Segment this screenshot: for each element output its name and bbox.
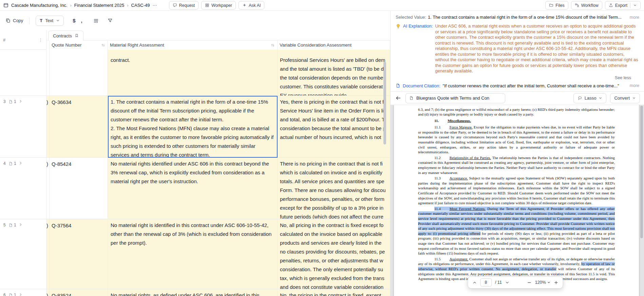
variable-consideration-cell[interactable]: No, all pricing in the contract is fixed…: [278, 219, 390, 289]
document-icon: [8, 293, 13, 296]
row-number: 5: [3, 223, 6, 227]
column-header-variable-consideration[interactable]: Variable Consideration Assessment: [278, 40, 390, 50]
zoom-in-button[interactable]: [554, 280, 558, 285]
back-button[interactable]: [395, 94, 402, 102]
row-index-header: #: [3, 37, 5, 42]
grid-icon: [205, 3, 209, 7]
table-scrollbar[interactable]: [383, 62, 386, 144]
document-icon: [8, 223, 13, 227]
material-right-cell[interactable]: No material right is identified in this …: [108, 219, 278, 289]
document-icon: [8, 161, 13, 166]
chevron-down-icon[interactable]: [633, 3, 637, 7]
hidden-column-cell: ): [46, 289, 50, 296]
wrap-text-icon: [93, 18, 99, 23]
document-scrollbar[interactable]: [640, 106, 643, 238]
citation-count-badge[interactable]: 1: [8, 293, 16, 296]
breadcrumb-overflow-icon[interactable]: ⋯: [153, 3, 157, 8]
chevron-down-icon: [632, 96, 636, 100]
doc-section-force-majeure: 11.1Force Majeure. Except for the obliga…: [418, 125, 615, 155]
chevron-up-icon: [472, 280, 477, 285]
see-less-link[interactable]: See less: [396, 75, 639, 80]
workpaper-button[interactable]: Workpaper: [201, 1, 236, 10]
variable-consideration-cell[interactable]: No, the pricing in the contract is fixed…: [278, 289, 390, 296]
plus-icon: [554, 280, 558, 285]
folder-icon: [549, 3, 553, 7]
breadcrumb-document[interactable]: CASC-49: [131, 3, 150, 8]
sparkle-icon: [242, 3, 247, 7]
filter-button[interactable]: [108, 18, 113, 23]
tab-label: Contracts: [53, 33, 72, 38]
previous-page-button[interactable]: [472, 280, 477, 285]
citation-more-link[interactable]: more: [630, 83, 639, 88]
decimal-format-button[interactable]: ,: [81, 18, 82, 23]
row-gutter: 5 1: [0, 219, 46, 289]
expand-row-icon[interactable]: [19, 99, 23, 103]
variable-consideration-cell[interactable]: There is no pricing in the contract that…: [278, 158, 390, 219]
chevron-down-icon: [56, 19, 60, 22]
column-header-material-right[interactable]: Material Right Assessment: [108, 40, 278, 50]
export-button[interactable]: Export: [605, 1, 641, 10]
next-page-button[interactable]: [505, 280, 510, 285]
variable-consideration-cell[interactable]: Professional Services Hours' are billed …: [278, 50, 390, 96]
copy-button[interactable]: Copy: [5, 18, 23, 23]
breadcrumb-project[interactable]: Financial Statement 2025: [74, 3, 124, 8]
workspace-icon[interactable]: [3, 3, 8, 8]
sheet-toolbar: Copy T Text $ ,: [0, 11, 390, 30]
material-right-cell[interactable]: No material rights identified under ASC …: [108, 158, 278, 219]
back-arrow-icon: [395, 95, 401, 101]
workflow-button[interactable]: Workflow: [571, 1, 602, 10]
sort-icon[interactable]: [101, 43, 105, 47]
breadcrumb-workspace[interactable]: Cascade Manufacturing, Inc.: [11, 3, 67, 8]
tab-contracts[interactable]: Contracts: [48, 31, 83, 40]
material-right-cell[interactable]: contract.: [108, 50, 278, 96]
hidden-column-cell: ): [46, 158, 50, 219]
convert-button[interactable]: Convert: [610, 93, 640, 103]
cell-text-line: except for the possibility of up to a 3%…: [280, 204, 390, 212]
ai-explanation-label: AI Explanation:: [403, 23, 433, 29]
currency-format-button[interactable]: $: [73, 18, 75, 23]
citation-count-badge[interactable]: 1: [8, 99, 16, 104]
filter-icon: [108, 18, 113, 23]
hidden-column-cell: ): [46, 96, 50, 158]
table-row: 3 1 ) Q-36634 1. The contract contains a…: [0, 96, 390, 158]
expand-row-icon[interactable]: [19, 293, 23, 296]
ask-ai-button[interactable]: Ask AI: [239, 1, 264, 10]
sort-icon[interactable]: [271, 43, 275, 47]
quote-cell[interactable]: Q-85424: [50, 158, 108, 219]
column-header-quote-number[interactable]: Quote Number: [50, 40, 108, 50]
quote-cell[interactable]: [50, 50, 108, 96]
expand-row-icon[interactable]: [19, 161, 23, 165]
row-gutter: 6 1: [0, 289, 46, 296]
material-right-cell[interactable]: No material rights, as defined under ASC…: [108, 289, 278, 296]
material-right-cell-selected[interactable]: 1. The contract contains a material righ…: [108, 96, 278, 158]
zoom-level-select[interactable]: 120%: [535, 280, 551, 285]
text-format-icon: T: [40, 18, 42, 23]
gutter-menu-icon[interactable]: ⋮: [38, 37, 43, 42]
quote-cell[interactable]: Q-36634: [50, 96, 108, 158]
contract-page-text: 6.3, and 7; (b) the gross negligence or …: [418, 107, 615, 282]
selected-value-more-link[interactable]: more: [630, 15, 639, 20]
page-number-input[interactable]: 8: [480, 278, 492, 286]
lasso-tool-select[interactable]: Lasso: [573, 93, 607, 103]
quote-cell[interactable]: Q-83524: [50, 289, 108, 296]
request-button[interactable]: Request: [169, 1, 199, 10]
files-button[interactable]: Files: [545, 1, 568, 10]
format-type-select[interactable]: T Text: [36, 16, 64, 26]
cell-text-line: calculated on the invoice based on appli…: [280, 230, 390, 239]
wrap-text-button[interactable]: [93, 18, 99, 23]
quote-cell[interactable]: Q-37564: [50, 219, 108, 289]
citation-count-badge[interactable]: 1: [8, 161, 16, 166]
tab-strip: Contracts: [46, 30, 390, 40]
document-citation-label[interactable]: Document Citation:: [403, 83, 440, 88]
matrix-panel: Copy T Text $ , # ⋮ Contracts: [0, 11, 390, 296]
zoom-out-button[interactable]: [527, 280, 532, 285]
citation-count-badge[interactable]: 1: [8, 223, 16, 227]
doc-paragraph: 6.3, and 7; (b) the gross negligence or …: [418, 107, 615, 117]
expand-row-icon[interactable]: [19, 223, 23, 227]
document-title-select[interactable]: Bluegrass Quote with Terms and Con: [405, 93, 505, 103]
cell-text-line: which is calculated on invoice and is ex…: [280, 168, 390, 177]
citation-document-icon: [396, 83, 400, 88]
bookmark-icon: [75, 34, 79, 38]
cell-text-line: and does not constitute variable conside…: [280, 283, 390, 289]
variable-consideration-cell[interactable]: Yes, there is pricing in the contract th…: [278, 96, 390, 158]
